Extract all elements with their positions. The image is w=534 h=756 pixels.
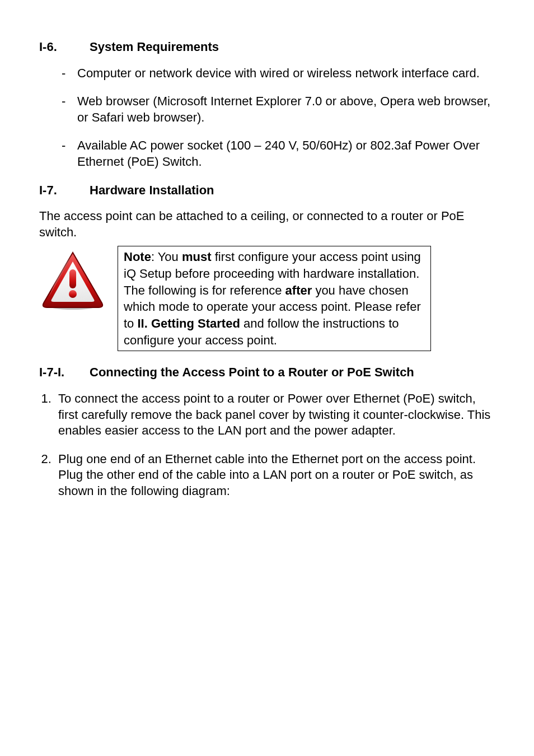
warning-icon (39, 249, 106, 311)
intro-paragraph: The access point can be attached to a ce… (39, 208, 495, 240)
steps-list: To connect the access point to a router … (39, 391, 495, 500)
svg-point-2 (69, 290, 77, 298)
note-text: : You (151, 250, 182, 264)
note-bold: II. Getting Started (137, 316, 240, 330)
note-box: Note: You must first configure your acce… (118, 246, 431, 351)
heading-title: System Requirements (90, 39, 219, 55)
heading-number: I-7. (39, 183, 90, 199)
note-row: Note: You must first configure your acce… (39, 246, 495, 351)
note-bold: after (285, 283, 312, 297)
heading-title: Hardware Installation (90, 183, 214, 199)
list-item: Web browser (Microsoft Internet Explorer… (62, 94, 495, 125)
heading-title: Connecting the Access Point to a Router … (90, 365, 414, 381)
heading-i6: I-6. System Requirements (39, 39, 495, 55)
heading-number: I-7-I. (39, 365, 90, 381)
note-bold: must (182, 250, 212, 264)
list-item: Computer or network device with wired or… (62, 66, 495, 82)
note-label: Note (124, 250, 151, 264)
list-item: Available AC power socket (100 – 240 V, … (62, 138, 495, 170)
heading-i7: I-7. Hardware Installation (39, 183, 495, 199)
heading-i7i: I-7-I. Connecting the Access Point to a … (39, 365, 495, 381)
requirements-list: Computer or network device with wired or… (39, 66, 495, 170)
heading-number: I-6. (39, 39, 90, 55)
svg-rect-1 (69, 269, 76, 288)
list-item: To connect the access point to a router … (55, 391, 495, 439)
list-item: Plug one end of an Ethernet cable into t… (55, 451, 495, 500)
